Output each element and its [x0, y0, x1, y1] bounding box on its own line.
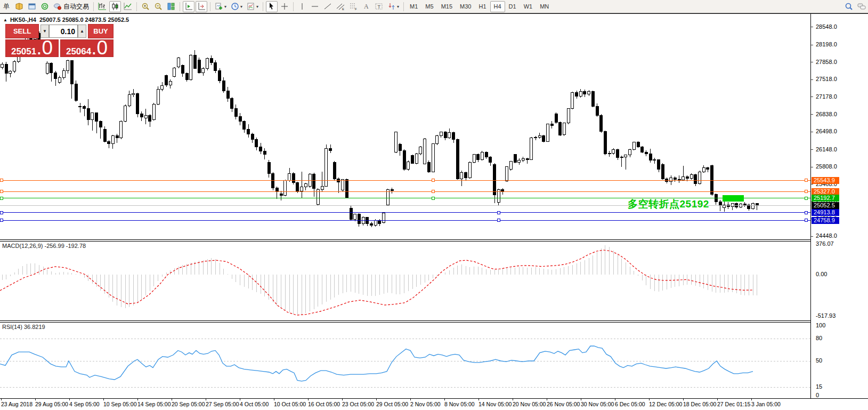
candle-body	[5, 65, 7, 74]
candle-body	[267, 162, 270, 173]
highlight-box[interactable]	[723, 195, 744, 202]
date-label: 18 Dec 05:00	[683, 401, 716, 407]
market-watch-button[interactable]	[13, 1, 25, 12]
timeframe-m15-button[interactable]: M15	[437, 1, 456, 12]
annotation-text[interactable]: 多空转折点25192	[628, 197, 709, 211]
textA-icon: A	[362, 2, 370, 11]
horizontal-line-button[interactable]	[309, 1, 321, 12]
hline-handle[interactable]	[497, 211, 500, 214]
hline-handle[interactable]	[0, 211, 3, 214]
buy-price-display[interactable]: 25064.0	[60, 39, 113, 57]
price-tick-label: 26838.0	[816, 111, 837, 117]
timeframe-mn-button[interactable]: MN	[536, 1, 553, 12]
hline-handle[interactable]	[0, 190, 3, 193]
new-order-button[interactable]: 单	[1, 1, 12, 12]
hline-handle[interactable]	[805, 211, 807, 214]
vertical-line-button[interactable]	[296, 1, 308, 12]
price-flag-24758.9[interactable]: 24758.9	[812, 217, 839, 224]
candle-body	[140, 114, 143, 117]
channel-button[interactable]: E	[335, 1, 346, 12]
price-flag-25327.0[interactable]: 25327.0	[812, 188, 839, 195]
chart-candles-button[interactable]	[109, 1, 121, 12]
panel-splitter-2[interactable]	[0, 320, 868, 323]
templates-button[interactable]: ▾	[245, 1, 260, 12]
candle-body	[193, 55, 196, 68]
candle-body	[424, 139, 426, 164]
timeframe-w1-button[interactable]: W1	[520, 1, 537, 12]
candle-body	[62, 70, 65, 77]
date-axis[interactable]: 23 Aug 201829 Aug 05:004 Sep 05:0010 Sep…	[0, 399, 810, 410]
hline-handle[interactable]	[0, 179, 3, 182]
hline-handle[interactable]	[432, 197, 434, 199]
sell-price-display[interactable]: 25051.0	[5, 39, 59, 57]
chart-line-button[interactable]	[122, 1, 134, 12]
price-tick	[811, 27, 813, 27]
buy-button[interactable]: BUY	[88, 24, 113, 38]
cursor-button[interactable]	[266, 1, 278, 12]
date-label: 12 Dec 05:00	[649, 401, 682, 407]
trendline-button[interactable]	[322, 1, 334, 12]
candle-body	[190, 55, 192, 79]
timeframe-d1-button[interactable]: D1	[505, 1, 520, 12]
hline-handle[interactable]	[805, 219, 807, 222]
dropdown-caret-icon[interactable]: ▾	[397, 4, 399, 9]
timeframe-h4-button[interactable]: H4	[490, 1, 505, 12]
date-tick	[308, 399, 309, 400]
window-icon	[28, 2, 36, 11]
hline-handle[interactable]	[497, 219, 500, 222]
volume-decrease-button[interactable]: ▼	[40, 25, 49, 38]
candle-body	[427, 162, 430, 172]
price-flag-25543.9[interactable]: 25543.9	[812, 177, 839, 184]
crosshair-button[interactable]	[279, 1, 290, 12]
hline-handle[interactable]	[432, 190, 434, 193]
candle-body	[383, 213, 385, 222]
dropdown-caret-icon[interactable]: ▾	[240, 4, 242, 9]
hline-handle[interactable]	[432, 179, 434, 182]
panel-splitter[interactable]	[0, 239, 868, 242]
price-flag-25192.7[interactable]: 25192.7	[812, 195, 839, 202]
hline-handle[interactable]	[0, 197, 3, 199]
candle-body	[620, 157, 623, 158]
periods-button[interactable]: ▾	[229, 1, 244, 12]
candle-body	[444, 132, 447, 138]
fibonacci-button[interactable]: F	[347, 1, 359, 12]
volume-input[interactable]	[49, 25, 78, 38]
price-axis[interactable]: 28548.028198.027858.027518.027178.026838…	[810, 14, 868, 398]
hline-handle[interactable]	[805, 179, 807, 182]
volume-increase-button[interactable]: ▲	[78, 25, 86, 38]
chat-button[interactable]	[856, 1, 867, 12]
tile-windows-button[interactable]	[165, 1, 177, 12]
auto-scroll-button[interactable]	[183, 1, 194, 12]
candle-body	[436, 136, 439, 144]
text-button[interactable]: A	[360, 1, 372, 12]
hline-handle[interactable]	[805, 197, 807, 199]
zoom-out-button[interactable]	[152, 1, 164, 12]
timeframe-h1-button[interactable]: H1	[475, 1, 490, 12]
timeframe-m1-button[interactable]: M1	[406, 1, 421, 12]
price-flag-24913.8[interactable]: 24913.8	[812, 209, 839, 216]
price-tick	[811, 97, 813, 97]
search-button[interactable]	[843, 1, 855, 12]
zoom-in-button[interactable]	[140, 1, 151, 12]
chart-shift-button[interactable]	[196, 1, 207, 12]
timeframe-m30-button[interactable]: M30	[456, 1, 475, 12]
chart-bars-button[interactable]	[96, 1, 108, 12]
hline-handle[interactable]	[805, 190, 807, 193]
candle-body	[624, 155, 627, 157]
navigator-button[interactable]	[39, 1, 51, 12]
text-label-button[interactable]: T	[373, 1, 385, 12]
autotrading-button[interactable]: 自动交易	[52, 1, 91, 12]
candle-body	[181, 65, 184, 73]
toolbar-separator	[293, 2, 294, 11]
timeframe-m5-button[interactable]: M5	[421, 1, 437, 12]
candle-body	[358, 214, 360, 223]
sell-button[interactable]: SELL	[5, 24, 39, 38]
dropdown-caret-icon[interactable]: ▾	[256, 4, 258, 9]
candle-body	[231, 99, 233, 109]
hline-handle[interactable]	[0, 219, 3, 222]
dropdown-caret-icon[interactable]: ▾	[224, 4, 226, 9]
data-window-button[interactable]	[26, 1, 38, 12]
arrows-button[interactable]: ▾	[386, 1, 401, 12]
collapse-icon[interactable]: ▲	[3, 18, 7, 22]
indicators-button[interactable]: ▾	[213, 1, 228, 12]
